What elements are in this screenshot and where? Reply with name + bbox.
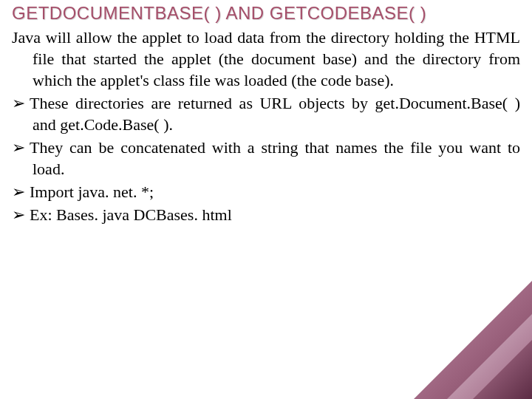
bullet-icon: ➢: [12, 94, 25, 112]
bullet-icon: ➢: [12, 205, 25, 224]
svg-marker-1: [447, 314, 532, 399]
bullet-icon: ➢: [12, 183, 25, 201]
bullet-text: Ex: Bases. java DCBases. html: [30, 205, 232, 224]
bullet-text: They can be concatenated with a string t…: [30, 138, 520, 178]
slide: GETDOCUMENTBASE( ) AND GETCODEBASE( ) Ja…: [0, 0, 532, 225]
bullet-text: Import java. net. *;: [30, 183, 154, 201]
svg-marker-0: [414, 281, 532, 399]
bullet-text: These directories are returned as URL ob…: [30, 94, 520, 134]
slide-title: GETDOCUMENTBASE( ) AND GETCODEBASE( ): [12, 0, 520, 24]
svg-marker-2: [473, 340, 532, 399]
bullet-item: ➢Ex: Bases. java DCBases. html: [12, 204, 520, 225]
bullet-item: ➢They can be concatenated with a string …: [12, 137, 520, 180]
bullet-item: ➢Import java. net. *;: [12, 181, 520, 202]
bullet-icon: ➢: [12, 138, 25, 157]
bullet-item: ➢These directories are returned as URL o…: [12, 92, 520, 135]
intro-paragraph: Java will allow the applet to load data …: [12, 27, 520, 91]
corner-decoration: [377, 273, 532, 399]
